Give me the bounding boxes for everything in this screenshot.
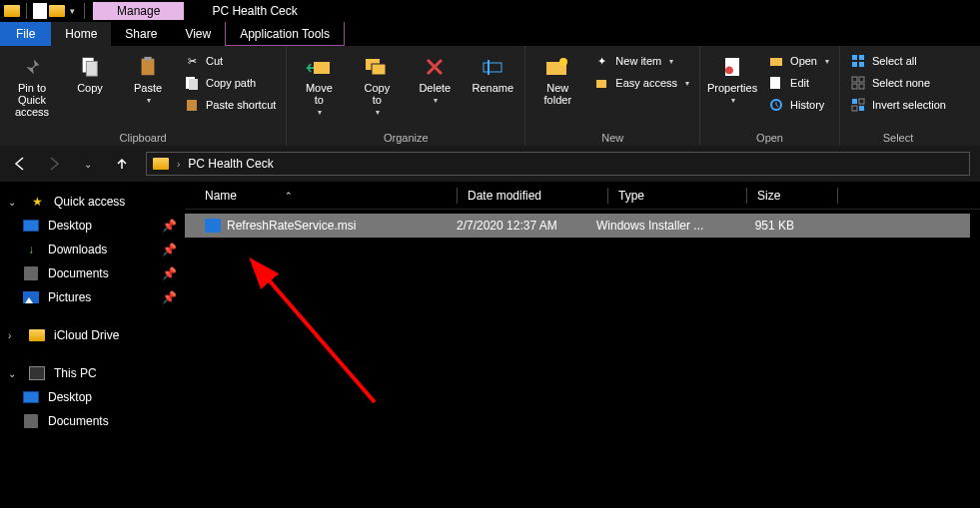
select-none-label: Select none: [872, 77, 930, 89]
edit-icon: [768, 75, 784, 91]
tab-file[interactable]: File: [0, 22, 51, 46]
sidebar-item-desktop-pc[interactable]: Desktop: [0, 385, 185, 409]
sidebar-item-icloud[interactable]: ›iCloud Drive: [0, 323, 185, 347]
chevron-down-icon[interactable]: ▾: [147, 96, 151, 105]
new-folder-button[interactable]: New folder: [531, 52, 583, 106]
invert-selection-button[interactable]: Invert selection: [846, 96, 950, 114]
column-label: Date modified: [468, 189, 541, 203]
file-size: 951 KB: [724, 219, 804, 233]
rename-button[interactable]: Rename: [467, 52, 518, 94]
sidebar-item-documents[interactable]: Documents📌: [0, 261, 185, 285]
file-type: Windows Installer ...: [596, 219, 724, 233]
select-all-button[interactable]: Select all: [846, 52, 950, 70]
delete-button[interactable]: Delete▾: [409, 52, 461, 105]
pin-icon: 📌: [162, 290, 177, 304]
svg-rect-9: [372, 64, 386, 75]
chevron-down-icon[interactable]: ⌄: [8, 368, 20, 379]
folder-icon[interactable]: [49, 5, 65, 17]
column-label: Type: [618, 189, 644, 203]
move-to-label: Move to: [306, 82, 333, 106]
sidebar-item-documents-pc[interactable]: Documents: [0, 409, 185, 433]
tab-view[interactable]: View: [171, 22, 225, 46]
breadcrumb[interactable]: › PC Health Ceck: [146, 152, 970, 176]
sidebar-label: Quick access: [54, 195, 125, 209]
column-size[interactable]: Size: [757, 189, 837, 203]
group-organize: Move to▾ Copy to▾ Delete▾ Rename Organiz…: [287, 46, 525, 146]
chevron-down-icon[interactable]: ▾: [434, 96, 438, 105]
file-row[interactable]: RefreshRateService.msi 2/7/2020 12:37 AM…: [185, 214, 970, 238]
column-type[interactable]: Type: [618, 189, 746, 203]
properties-icon: [718, 54, 746, 80]
chevron-down-icon[interactable]: ▾: [731, 96, 735, 105]
history-button[interactable]: History: [764, 96, 833, 114]
paste-button[interactable]: Paste ▾: [122, 52, 174, 105]
svg-point-13: [559, 58, 567, 66]
column-date[interactable]: Date modified: [468, 189, 607, 203]
sidebar-item-pictures[interactable]: Pictures📌: [0, 285, 185, 309]
svg-rect-24: [859, 77, 864, 82]
group-select: Select all Select none Invert selection …: [840, 46, 956, 146]
sidebar-item-quick-access[interactable]: ⌄★Quick access: [0, 190, 185, 214]
column-divider[interactable]: [607, 188, 608, 204]
chevron-down-icon[interactable]: ▾: [67, 6, 78, 16]
chevron-right-icon[interactable]: ›: [8, 330, 20, 341]
column-divider[interactable]: [746, 188, 747, 204]
svg-rect-14: [596, 80, 606, 88]
paste-label: Paste: [134, 82, 162, 94]
up-button[interactable]: [112, 154, 132, 174]
window-title: PC Health Ceck: [184, 4, 297, 18]
breadcrumb-location[interactable]: PC Health Ceck: [188, 157, 273, 171]
delete-label: Delete: [419, 82, 451, 94]
select-none-button[interactable]: Select none: [846, 74, 950, 92]
qat-separator: [26, 3, 27, 19]
copy-path-button[interactable]: Copy path: [180, 74, 280, 92]
chevron-down-icon[interactable]: ⌄: [8, 197, 20, 208]
chevron-down-icon: ▾: [685, 79, 689, 88]
pin-to-quick-access-button[interactable]: Pin to Quick access: [6, 52, 58, 118]
tab-application-tools[interactable]: Application Tools: [225, 22, 345, 46]
history-icon: [768, 97, 784, 113]
documents-icon: [24, 266, 38, 280]
open-button[interactable]: Open▾: [764, 52, 833, 70]
context-tab-manage[interactable]: Manage: [93, 2, 184, 20]
chevron-right-icon[interactable]: ›: [177, 159, 180, 170]
title-bar: ▾ Manage PC Health Ceck: [0, 0, 980, 22]
svg-rect-7: [314, 62, 330, 74]
cut-button[interactable]: ✂Cut: [180, 52, 280, 70]
column-name[interactable]: Name⌃: [205, 189, 457, 203]
tab-share[interactable]: Share: [111, 22, 171, 46]
copy-label: Copy: [77, 82, 103, 94]
sidebar-label: This PC: [54, 366, 97, 380]
properties-button[interactable]: Properties▾: [706, 52, 758, 105]
copy-to-button[interactable]: Copy to▾: [351, 52, 403, 117]
sidebar-item-this-pc[interactable]: ⌄This PC: [0, 361, 185, 385]
sidebar-label: Documents: [48, 266, 109, 280]
msi-file-icon: [205, 219, 221, 233]
sidebar-item-desktop[interactable]: Desktop📌: [0, 214, 185, 238]
properties-label: Properties: [707, 82, 757, 94]
main-area: ⌄★Quick access Desktop📌 ↓Downloads📌 Docu…: [0, 182, 980, 508]
back-button[interactable]: [10, 154, 30, 174]
easy-access-button[interactable]: Easy access▾: [589, 74, 693, 92]
copy-icon: [76, 54, 104, 80]
select-none-icon: [850, 75, 866, 91]
svg-rect-25: [852, 84, 857, 89]
copy-button[interactable]: Copy: [64, 52, 116, 94]
chevron-down-icon[interactable]: ▾: [376, 108, 380, 117]
column-headers: Name⌃ Date modified Type Size: [185, 182, 980, 210]
new-item-button[interactable]: ✦New item▾: [589, 52, 693, 70]
sidebar-item-downloads[interactable]: ↓Downloads📌: [0, 238, 185, 261]
sidebar-label: iCloud Drive: [54, 328, 119, 342]
edit-button[interactable]: Edit: [764, 74, 833, 92]
chevron-down-icon: ▾: [825, 57, 829, 66]
move-to-button[interactable]: Move to▾: [293, 52, 345, 117]
column-divider[interactable]: [457, 188, 458, 204]
tab-home[interactable]: Home: [51, 22, 111, 46]
chevron-down-icon[interactable]: ▾: [318, 108, 322, 117]
forward-button[interactable]: [44, 154, 64, 174]
column-divider[interactable]: [837, 188, 838, 204]
paste-shortcut-button[interactable]: Paste shortcut: [180, 96, 280, 114]
document-icon[interactable]: [33, 3, 47, 19]
recent-locations-button[interactable]: ⌄: [78, 154, 98, 174]
sidebar-label: Downloads: [48, 243, 107, 256]
